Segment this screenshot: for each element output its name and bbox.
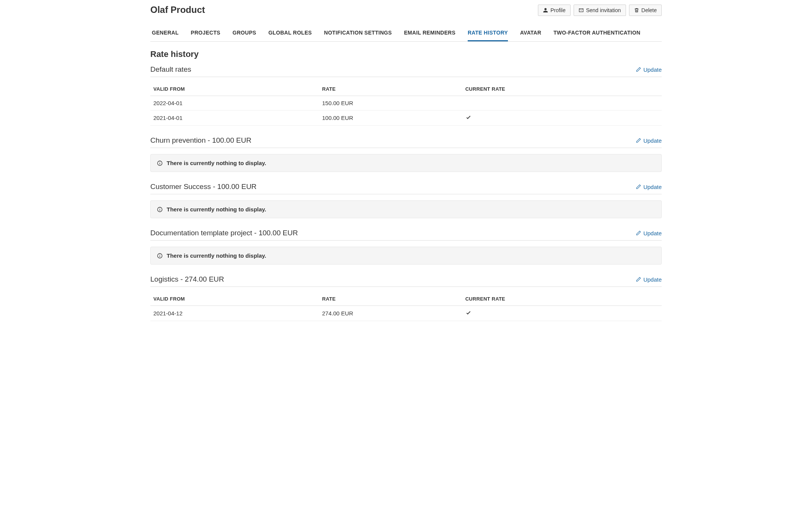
- empty-banner: There is currently nothing to display.: [150, 200, 662, 218]
- toolbar: Profile Send invitation Delete: [538, 5, 662, 16]
- rate-section-header: Logistics - 274.00 EURUpdate: [150, 275, 662, 287]
- tab-general[interactable]: GENERAL: [152, 25, 179, 41]
- tab-groups[interactable]: GROUPS: [232, 25, 256, 41]
- table-row: 2021-04-12274.00 EUR: [150, 306, 662, 321]
- profile-label: Profile: [550, 7, 566, 13]
- update-label: Update: [643, 184, 662, 190]
- cell-valid-from: 2022-04-01: [150, 96, 319, 110]
- update-link[interactable]: Update: [636, 66, 662, 73]
- update-label: Update: [643, 66, 662, 73]
- cell-rate: 150.00 EUR: [319, 96, 462, 110]
- rate-section: Customer Success - 100.00 EURUpdateThere…: [150, 183, 662, 218]
- rate-section-header: Customer Success - 100.00 EURUpdate: [150, 183, 662, 194]
- svg-point-5: [159, 208, 160, 208]
- cell-rate: 274.00 EUR: [319, 306, 462, 321]
- tab-projects[interactable]: PROJECTS: [191, 25, 221, 41]
- send-invitation-label: Send invitation: [586, 7, 621, 13]
- rate-section-header: Churn prevention - 100.00 EURUpdate: [150, 136, 662, 148]
- update-label: Update: [643, 137, 662, 144]
- update-label: Update: [643, 276, 662, 283]
- empty-message: There is currently nothing to display.: [167, 160, 266, 166]
- cell-current: [462, 110, 662, 126]
- rate-section-title: Churn prevention - 100.00 EUR: [150, 136, 251, 145]
- update-link[interactable]: Update: [636, 137, 662, 144]
- column-header-rate: RATE: [319, 80, 462, 96]
- update-label: Update: [643, 230, 662, 236]
- info-icon: [157, 206, 163, 213]
- trash-icon: [634, 8, 639, 13]
- pencil-icon: [636, 230, 641, 236]
- empty-banner: There is currently nothing to display.: [150, 247, 662, 265]
- pencil-icon: [636, 184, 641, 189]
- empty-message: There is currently nothing to display.: [167, 206, 266, 213]
- pencil-icon: [636, 138, 641, 143]
- column-header-current-rate: CURRENT RATE: [462, 80, 662, 96]
- tab-email-reminders[interactable]: EMAIL REMINDERS: [404, 25, 456, 41]
- update-link[interactable]: Update: [636, 184, 662, 190]
- rate-section: Documentation template project - 100.00 …: [150, 229, 662, 265]
- rate-section-header: Default ratesUpdate: [150, 65, 662, 77]
- pencil-icon: [636, 67, 641, 72]
- rate-section-header: Documentation template project - 100.00 …: [150, 229, 662, 241]
- cell-valid-from: 2021-04-01: [150, 110, 319, 126]
- tab-rate-history[interactable]: RATE HISTORY: [468, 25, 508, 41]
- column-header-rate: RATE: [319, 290, 462, 306]
- rate-table: VALID FROMRATECURRENT RATE2022-04-01150.…: [150, 80, 662, 126]
- empty-banner: There is currently nothing to display.: [150, 154, 662, 172]
- rate-section-title: Logistics - 274.00 EUR: [150, 275, 224, 283]
- rate-section-title: Customer Success - 100.00 EUR: [150, 183, 257, 191]
- send-invitation-button[interactable]: Send invitation: [574, 5, 626, 16]
- column-header-valid-from: VALID FROM: [150, 290, 319, 306]
- svg-point-2: [159, 162, 160, 162]
- table-row: 2021-04-01100.00 EUR: [150, 110, 662, 126]
- mail-icon: [579, 8, 584, 13]
- table-row: 2022-04-01150.00 EUR: [150, 96, 662, 110]
- cell-valid-from: 2021-04-12: [150, 306, 319, 321]
- column-header-valid-from: VALID FROM: [150, 80, 319, 96]
- info-icon: [157, 253, 163, 259]
- update-link[interactable]: Update: [636, 230, 662, 236]
- profile-button[interactable]: Profile: [538, 5, 571, 16]
- empty-message: There is currently nothing to display.: [167, 252, 266, 259]
- tab-avatar[interactable]: AVATAR: [520, 25, 541, 41]
- rate-section: Churn prevention - 100.00 EURUpdateThere…: [150, 136, 662, 172]
- page-title: Olaf Product: [150, 5, 205, 15]
- cell-current: [462, 306, 662, 321]
- cell-current: [462, 96, 662, 110]
- cell-rate: 100.00 EUR: [319, 110, 462, 126]
- section-heading: Rate history: [150, 49, 662, 59]
- rate-table: VALID FROMRATECURRENT RATE2021-04-12274.…: [150, 290, 662, 321]
- delete-button[interactable]: Delete: [629, 5, 662, 16]
- delete-label: Delete: [642, 7, 657, 13]
- check-icon: [465, 310, 471, 316]
- tab-notification-settings[interactable]: NOTIFICATION SETTINGS: [324, 25, 392, 41]
- user-icon: [543, 8, 548, 13]
- tab-two-factor-authentication[interactable]: TWO-FACTOR AUTHENTICATION: [553, 25, 640, 41]
- check-icon: [465, 114, 471, 120]
- rate-section: Logistics - 274.00 EURUpdateVALID FROMRA…: [150, 275, 662, 321]
- update-link[interactable]: Update: [636, 276, 662, 283]
- column-header-current-rate: CURRENT RATE: [462, 290, 662, 306]
- tabs: GENERALPROJECTSGROUPSGLOBAL ROLESNOTIFIC…: [150, 25, 662, 42]
- rate-section: Default ratesUpdateVALID FROMRATECURRENT…: [150, 65, 662, 126]
- rate-section-title: Documentation template project - 100.00 …: [150, 229, 298, 237]
- svg-point-8: [159, 254, 160, 255]
- info-icon: [157, 160, 163, 166]
- tab-global-roles[interactable]: GLOBAL ROLES: [268, 25, 312, 41]
- rate-section-title: Default rates: [150, 65, 191, 74]
- pencil-icon: [636, 277, 641, 282]
